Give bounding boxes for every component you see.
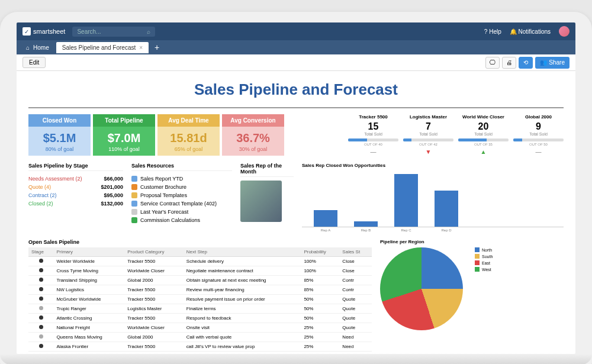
table-header[interactable]: Next Step [184, 247, 301, 257]
cell-category: Tracker 5500 [124, 257, 184, 266]
tracker-out-of: OUT OF 50 [513, 143, 564, 146]
search-icon[interactable]: ⌕ [147, 28, 150, 35]
table-row[interactable]: NW Logistics Tracker 5500 Review multi-y… [28, 285, 372, 295]
tab-home[interactable]: ⌂ Home [20, 42, 55, 53]
resources-title: Sales Resources [131, 163, 232, 171]
stage-value: $66,000 [104, 176, 123, 182]
table-row[interactable]: Atlantic Crossing Tracker 5500 Respond t… [28, 314, 372, 323]
kpi-label: Avg Deal Time [157, 114, 220, 127]
stage-name: Quote (4) [28, 184, 51, 190]
trend-icon: — [513, 149, 564, 155]
table-row[interactable]: Queens Mass Moving Global 2000 Call with… [28, 333, 372, 342]
brand-logo[interactable]: ✓ smartsheet [22, 27, 65, 36]
cell-category: Global 2000 [124, 276, 184, 285]
table-row[interactable]: National Freight Worldwide Closer Onsite… [28, 323, 372, 333]
edit-button[interactable]: Edit [22, 57, 46, 68]
resource-icon [131, 217, 137, 223]
legend-swatch [475, 247, 480, 252]
cell-sales: Quote [339, 304, 372, 314]
stage-name: Contract (2) [28, 192, 57, 198]
cell-probability: 50% [301, 304, 339, 314]
tracker-progress [458, 138, 509, 141]
resource-label: Sales Report YTD [140, 176, 183, 182]
toolbar: Edit 🖵 🖨 ⟲ 👥 Share [17, 54, 575, 71]
table-row[interactable]: Transland Shipping Global 2000 Obtain si… [28, 276, 372, 285]
tab-strip: ⌂ Home Sales Pipeline and Forecast × + [17, 40, 575, 54]
tab-active[interactable]: Sales Pipeline and Forecast × [56, 42, 149, 53]
tracker-out-of: OUT OF 42 [403, 143, 453, 146]
resource-icon [131, 176, 137, 182]
table-row[interactable]: Alaska Frontier Tracker 5500 call Jill's… [28, 342, 372, 352]
stage-row: Needs Assessment (2) $66,000 [28, 175, 123, 183]
resource-link[interactable]: Last Year's Forecast [131, 208, 232, 216]
resource-link[interactable]: Commission Calculations [131, 216, 232, 224]
stage-value: $132,000 [101, 201, 123, 207]
print-button[interactable]: 🖨 [502, 57, 516, 69]
refresh-button[interactable]: ⟲ [519, 57, 533, 69]
table-row[interactable]: Tropic Ranger Logistics Master Finalize … [28, 304, 372, 314]
table-header[interactable]: Sales St [339, 247, 372, 257]
resource-link[interactable]: Proposal Templates [131, 191, 232, 199]
help-link[interactable]: ? Help [484, 28, 501, 35]
search-input[interactable] [77, 28, 147, 35]
stage-dot-icon [39, 306, 43, 310]
add-tab-button[interactable]: + [150, 43, 164, 52]
table-header[interactable]: Primary [53, 247, 124, 257]
legend-label: South [482, 255, 493, 259]
table-row[interactable]: McGruber Worldwide Tracker 5500 Resolve … [28, 295, 372, 304]
kpi-card: Closed Won $5.1M 80% of goal [28, 114, 91, 156]
resource-icon [131, 209, 137, 215]
tracker-label: Total Sold [458, 132, 509, 136]
search-box[interactable]: ⌕ [72, 27, 155, 37]
stages-title: Sales Pipeline by Stage [28, 163, 123, 171]
stage-dot-icon [39, 315, 43, 320]
cell-probability: 25% [301, 333, 339, 342]
resource-link[interactable]: Sales Report YTD [131, 175, 232, 183]
cell-sales: Close [339, 257, 372, 266]
present-button[interactable]: 🖵 [485, 57, 500, 69]
cell-nextstep: Finalize terms [184, 304, 301, 314]
table-row[interactable]: Cross Tyme Moving Worldwide Closer Negot… [28, 266, 372, 276]
resource-icon [131, 201, 137, 207]
stage-dot-icon [39, 334, 43, 339]
cell-nextstep: Respond to feedback [184, 314, 301, 323]
cell-sales: Close [339, 266, 372, 276]
cell-nextstep: Negotiate maintenance contract [184, 266, 301, 276]
cell-probability: 50% [301, 295, 339, 304]
stage-name: Closed (2) [28, 201, 53, 207]
table-header[interactable]: Stage [28, 247, 53, 257]
tracker-value: 20 [458, 121, 509, 132]
resource-label: Last Year's Forecast [140, 209, 188, 215]
resource-link[interactable]: Customer Brochure [131, 183, 232, 191]
tracker-card: Global 2000 9 Total Sold OUT OF 50 — [513, 114, 564, 156]
legend-label: East [482, 261, 490, 265]
cell-sales: Quote [339, 323, 372, 333]
chart-bar [394, 174, 418, 227]
cell-nextstep: Call with verbal quote [184, 333, 301, 342]
rep-title: Sales Rep of the Month [240, 163, 294, 177]
legend-label: North [482, 248, 492, 252]
people-icon: 👥 [540, 59, 547, 66]
tracker-progress [348, 138, 398, 141]
resource-link[interactable]: Service Contract Template (402) [131, 199, 232, 208]
pie-chart-title: Pipeline per Region [380, 239, 564, 244]
kpi-label: Closed Won [28, 114, 91, 127]
kpi-sub: 65% of goal [157, 146, 220, 152]
bar-chart-panel: Sales Rep Closed Won Opportunities Rep A… [302, 163, 564, 233]
cell-nextstep: Resolve payment issue on prior order [184, 295, 301, 304]
stage-name: Needs Assessment (2) [28, 176, 82, 182]
tracker-out-of: OUT OF 40 [348, 143, 398, 146]
cell-probability: 85% [301, 276, 339, 285]
cell-primary: Tropic Ranger [53, 304, 124, 314]
table-header[interactable]: Product Category [124, 247, 184, 257]
stage-row: Quote (4) $201,000 [28, 183, 123, 191]
share-button[interactable]: 👥 Share [535, 57, 570, 69]
cell-probability: 50% [301, 314, 339, 323]
user-avatar[interactable] [559, 26, 570, 37]
stage-row: Closed (2) $132,000 [28, 199, 123, 208]
table-header[interactable]: Probability [301, 247, 339, 257]
notifications-link[interactable]: 🔔 Notifications [510, 28, 551, 35]
table-row[interactable]: Welder Worldwide Tracker 5500 Schedule d… [28, 257, 372, 266]
kpi-sub: 30% of goal [222, 146, 284, 152]
close-icon[interactable]: × [139, 44, 143, 51]
